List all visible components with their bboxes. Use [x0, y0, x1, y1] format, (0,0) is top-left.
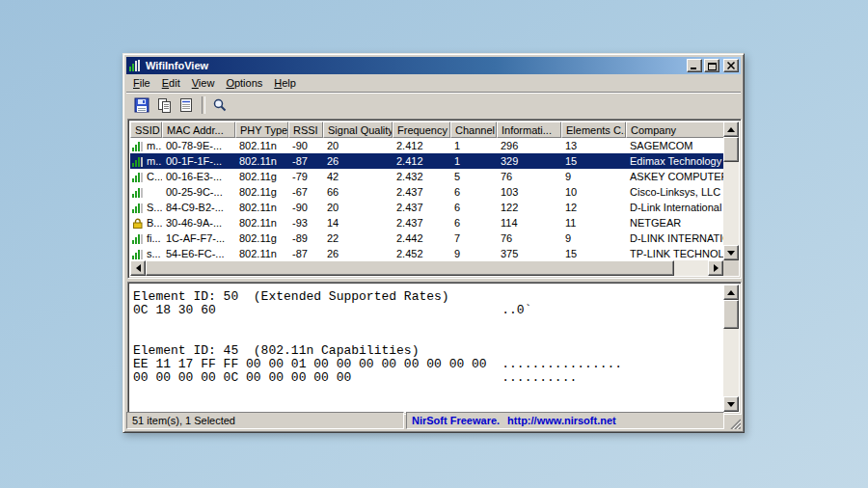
status-brand-text: NirSoft Freeware.	[412, 415, 500, 426]
cell-company: TP-LINK TECHNOLO	[626, 246, 723, 260]
cell-channel: 6	[450, 200, 497, 215]
cell-company: Edimax Technology	[626, 153, 723, 169]
cell-company: SAGEMCOM	[626, 138, 723, 153]
cell-elements-count: 13	[561, 138, 626, 153]
column-header-frequency[interactable]: Frequency	[393, 122, 450, 138]
menu-item-edit[interactable]: Edit	[156, 75, 186, 91]
cell-frequency: 2.437	[393, 184, 450, 200]
cell-frequency: 2.452	[393, 246, 450, 260]
cell-elements-count: 9	[561, 169, 626, 184]
table-row[interactable]: m...00-78-9E-...802.11n-90202.412129613S…	[130, 138, 723, 153]
scroll-up-button[interactable]	[723, 122, 739, 137]
table-row[interactable]: s...54-E6-FC-...802.11n-87262.452937515T…	[130, 246, 723, 260]
close-button[interactable]	[723, 59, 739, 72]
cell-phy-type: 802.11n	[235, 200, 288, 215]
column-header-signal-quality[interactable]: Signal Quality	[323, 122, 393, 138]
signal-icon	[132, 203, 144, 213]
signal-icon	[132, 249, 144, 259]
hscroll-thumb[interactable]	[146, 260, 674, 276]
cell-rssi: -87	[288, 153, 323, 169]
table-hscrollbar[interactable]	[130, 260, 723, 276]
table-row[interactable]: fi...1C-AF-F7-...802.11g-89222.4427769D-…	[130, 230, 723, 246]
detail-vscroll-track[interactable]	[723, 329, 739, 396]
menu-item-options[interactable]: Options	[220, 75, 268, 91]
table-row[interactable]: S...84-C9-B2-...802.11n-90202.437612212D…	[130, 200, 723, 215]
scroll-left-button[interactable]	[130, 260, 146, 276]
vscroll-thumb[interactable]	[723, 137, 739, 162]
cell-phy-type: 802.11n	[235, 246, 288, 260]
scroll-down-button[interactable]	[723, 245, 739, 260]
find-icon[interactable]	[209, 95, 230, 115]
cell-company: ASKEY COMPUTER C	[626, 169, 723, 184]
cell-company: D-Link International	[626, 200, 723, 215]
report-icon[interactable]	[176, 95, 196, 115]
status-items-panel: 51 item(s), 1 Selected	[126, 412, 404, 429]
cell-frequency: 2.412	[393, 153, 450, 169]
cell-phy-type: 802.11n	[235, 153, 288, 169]
column-header-mac-address[interactable]: MAC Addr...	[162, 122, 235, 138]
resize-grip[interactable]	[726, 412, 741, 429]
cell-signal-quality: 20	[323, 138, 393, 153]
column-header-elements-count[interactable]: Elements C...	[561, 122, 626, 138]
cell-rssi: -93	[288, 215, 323, 230]
cell-mac-address: 00-16-E3-...	[162, 169, 235, 184]
menu-item-file[interactable]: File	[127, 75, 156, 91]
copy-icon[interactable]	[153, 95, 174, 115]
scroll-right-button[interactable]	[708, 260, 723, 276]
title-bar[interactable]: WifiInfoView	[126, 57, 741, 74]
cell-phy-type: 802.11g	[235, 230, 288, 246]
cell-information-size: 122	[497, 200, 561, 215]
table-rows: m...00-78-9E-...802.11n-90202.412129613S…	[130, 138, 723, 260]
table-row[interactable]: C...00-16-E3-...802.11g-79422.4325769ASK…	[130, 169, 723, 184]
detail-vscroll-thumb[interactable]	[723, 300, 739, 329]
cell-ssid: fi...	[130, 230, 162, 246]
cell-company: Cisco-Linksys, LLC	[626, 184, 723, 200]
column-header-company[interactable]: Company	[626, 122, 723, 138]
ssid-text: fi...	[147, 232, 161, 244]
cell-channel: 6	[450, 184, 497, 200]
minimize-button[interactable]	[687, 59, 702, 72]
signal-icon	[132, 233, 144, 244]
cell-channel: 7	[450, 230, 497, 246]
vscroll-track[interactable]	[723, 162, 739, 245]
cell-frequency: 2.437	[393, 215, 450, 230]
column-header-rssi[interactable]: RSSI	[288, 122, 323, 138]
column-header-information-size[interactable]: Informati...	[497, 122, 561, 138]
save-icon[interactable]	[131, 95, 151, 115]
ssid-text: B...	[147, 217, 162, 229]
menu-item-view[interactable]: View	[186, 75, 221, 91]
cell-mac-address: 1C-AF-F7-...	[162, 230, 235, 246]
cell-channel: 9	[450, 246, 497, 260]
nirsoft-link[interactable]: http://www.nirsoft.net	[507, 415, 616, 426]
column-header-channel[interactable]: Channel	[450, 122, 497, 138]
cell-channel: 6	[450, 215, 497, 230]
table-row[interactable]: 00-25-9C-...802.11g-67662.437610310Cisco…	[130, 184, 723, 200]
column-header-phy-type[interactable]: PHY Type	[235, 122, 288, 138]
column-header-ssid[interactable]: SSID	[130, 122, 162, 138]
cell-company: D-LINK INTERNATIO	[626, 230, 723, 246]
cell-rssi: -87	[288, 246, 323, 260]
cell-signal-quality: 14	[323, 215, 393, 230]
ssid-text: S...	[147, 202, 162, 213]
detail-scroll-up-button[interactable]	[723, 285, 739, 300]
cell-information-size: 296	[497, 138, 561, 153]
signal-icon	[132, 156, 144, 167]
menu-item-help[interactable]: Help	[268, 75, 302, 91]
detail-scroll-down-button[interactable]	[723, 396, 739, 412]
toolbar	[126, 92, 741, 117]
maximize-button[interactable]	[704, 59, 719, 72]
signal-icon	[132, 187, 144, 198]
cell-rssi: -90	[288, 200, 323, 215]
cell-elements-count: 15	[561, 246, 626, 260]
cell-phy-type: 802.11n	[235, 215, 288, 230]
table-vscrollbar[interactable]	[723, 122, 739, 260]
table-row[interactable]: m...00-1F-1F-...802.11n-87262.412132915E…	[130, 153, 723, 169]
table-row[interactable]: B...30-46-9A-...802.11n-93142.437611411N…	[130, 215, 723, 230]
toolbar-separator	[202, 96, 205, 114]
cell-ssid	[130, 184, 162, 200]
ssid-text: m...	[147, 155, 162, 167]
hscroll-track[interactable]	[674, 260, 708, 276]
cell-ssid: S...	[130, 200, 162, 215]
detail-vscrollbar[interactable]	[723, 285, 739, 412]
cell-ssid: C...	[130, 169, 162, 184]
